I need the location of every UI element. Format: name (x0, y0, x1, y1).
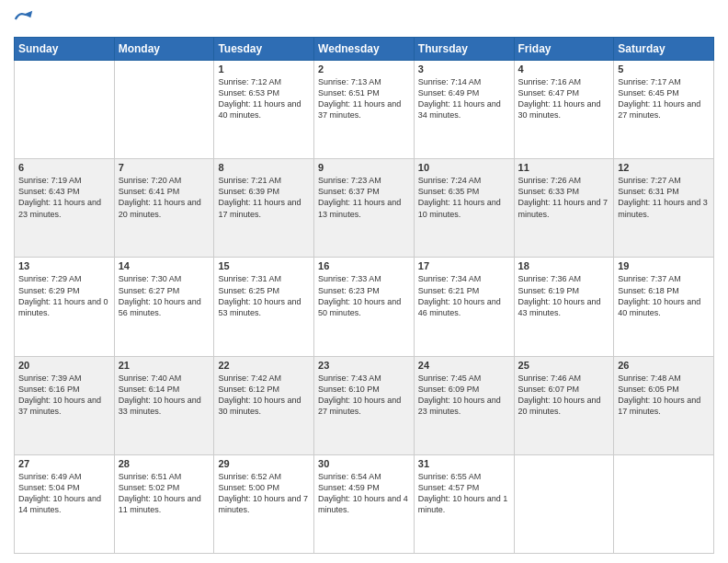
weekday-header: Saturday (614, 38, 714, 61)
day-info: Sunrise: 7:31 AMSunset: 6:25 PMDaylight:… (218, 273, 310, 318)
day-number: 21 (119, 360, 210, 371)
weekday-header: Sunday (15, 38, 115, 61)
day-number: 29 (218, 458, 310, 469)
day-info: Sunrise: 7:16 AMSunset: 6:47 PMDaylight:… (518, 76, 610, 121)
calendar-cell: 19Sunrise: 7:37 AMSunset: 6:18 PMDayligh… (614, 258, 714, 356)
day-info: Sunrise: 7:30 AMSunset: 6:27 PMDaylight:… (119, 273, 210, 318)
day-number: 24 (418, 360, 510, 371)
day-number: 11 (518, 162, 610, 173)
day-number: 12 (618, 162, 710, 173)
calendar-cell: 2Sunrise: 7:13 AMSunset: 6:51 PMDaylight… (314, 61, 415, 159)
calendar-cell (614, 454, 714, 553)
day-number: 20 (18, 360, 110, 371)
day-info: Sunrise: 7:17 AMSunset: 6:45 PMDaylight:… (618, 76, 710, 121)
calendar-cell: 5Sunrise: 7:17 AMSunset: 6:45 PMDaylight… (614, 61, 714, 159)
day-info: Sunrise: 7:26 AMSunset: 6:33 PMDaylight:… (518, 175, 610, 220)
day-info: Sunrise: 6:49 AMSunset: 5:04 PMDaylight:… (18, 471, 110, 516)
calendar-cell: 10Sunrise: 7:24 AMSunset: 6:35 PMDayligh… (414, 159, 514, 258)
calendar-cell: 28Sunrise: 6:51 AMSunset: 5:02 PMDayligh… (114, 454, 214, 553)
day-info: Sunrise: 6:55 AMSunset: 4:57 PMDaylight:… (418, 471, 510, 516)
day-info: Sunrise: 7:48 AMSunset: 6:05 PMDaylight:… (618, 373, 710, 418)
day-number: 17 (418, 260, 510, 271)
calendar-cell: 30Sunrise: 6:54 AMSunset: 4:59 PMDayligh… (314, 454, 415, 553)
day-number: 2 (318, 63, 410, 75)
day-number: 26 (618, 360, 710, 371)
calendar-cell: 23Sunrise: 7:43 AMSunset: 6:10 PMDayligh… (314, 356, 415, 454)
day-number: 16 (318, 260, 410, 271)
day-info: Sunrise: 6:54 AMSunset: 4:59 PMDaylight:… (318, 471, 410, 516)
calendar-table: SundayMondayTuesdayWednesdayThursdayFrid… (14, 37, 714, 554)
header (14, 9, 714, 29)
day-info: Sunrise: 7:24 AMSunset: 6:35 PMDaylight:… (418, 175, 510, 220)
day-info: Sunrise: 6:52 AMSunset: 5:00 PMDaylight:… (218, 471, 310, 516)
calendar-cell: 15Sunrise: 7:31 AMSunset: 6:25 PMDayligh… (214, 258, 314, 356)
day-number: 9 (318, 162, 410, 173)
day-info: Sunrise: 7:13 AMSunset: 6:51 PMDaylight:… (318, 76, 410, 121)
calendar-cell: 8Sunrise: 7:21 AMSunset: 6:39 PMDaylight… (214, 159, 314, 258)
day-info: Sunrise: 7:36 AMSunset: 6:19 PMDaylight:… (518, 273, 610, 318)
day-number: 13 (18, 260, 110, 271)
calendar-cell (15, 61, 115, 159)
day-info: Sunrise: 6:51 AMSunset: 5:02 PMDaylight:… (119, 471, 210, 516)
day-info: Sunrise: 7:46 AMSunset: 6:07 PMDaylight:… (518, 373, 610, 418)
calendar-cell: 27Sunrise: 6:49 AMSunset: 5:04 PMDayligh… (15, 454, 115, 553)
day-info: Sunrise: 7:19 AMSunset: 6:43 PMDaylight:… (18, 175, 110, 220)
weekday-header: Monday (114, 38, 214, 61)
calendar-cell: 6Sunrise: 7:19 AMSunset: 6:43 PMDaylight… (15, 159, 115, 258)
day-info: Sunrise: 7:39 AMSunset: 6:16 PMDaylight:… (18, 373, 110, 418)
weekday-header: Friday (514, 38, 614, 61)
day-info: Sunrise: 7:42 AMSunset: 6:12 PMDaylight:… (218, 373, 310, 418)
day-info: Sunrise: 7:45 AMSunset: 6:09 PMDaylight:… (418, 373, 510, 418)
weekday-header: Wednesday (314, 38, 415, 61)
day-number: 27 (18, 458, 110, 469)
day-info: Sunrise: 7:23 AMSunset: 6:37 PMDaylight:… (318, 175, 410, 220)
calendar-cell: 7Sunrise: 7:20 AMSunset: 6:41 PMDaylight… (114, 159, 214, 258)
day-info: Sunrise: 7:40 AMSunset: 6:14 PMDaylight:… (119, 373, 210, 418)
day-number: 6 (18, 162, 110, 173)
calendar-cell: 9Sunrise: 7:23 AMSunset: 6:37 PMDaylight… (314, 159, 415, 258)
calendar-cell: 3Sunrise: 7:14 AMSunset: 6:49 PMDaylight… (414, 61, 514, 159)
day-number: 19 (618, 260, 710, 271)
calendar-cell: 24Sunrise: 7:45 AMSunset: 6:09 PMDayligh… (414, 356, 514, 454)
calendar-cell: 14Sunrise: 7:30 AMSunset: 6:27 PMDayligh… (114, 258, 214, 356)
day-info: Sunrise: 7:43 AMSunset: 6:10 PMDaylight:… (318, 373, 410, 418)
day-number: 8 (218, 162, 310, 173)
calendar-cell: 18Sunrise: 7:36 AMSunset: 6:19 PMDayligh… (514, 258, 614, 356)
day-number: 7 (119, 162, 210, 173)
day-info: Sunrise: 7:12 AMSunset: 6:53 PMDaylight:… (218, 76, 310, 121)
weekday-header: Thursday (414, 38, 514, 61)
day-number: 18 (518, 260, 610, 271)
day-number: 1 (218, 63, 310, 75)
day-number: 4 (518, 63, 610, 75)
day-number: 3 (418, 63, 510, 75)
day-number: 23 (318, 360, 410, 371)
day-number: 14 (119, 260, 210, 271)
day-info: Sunrise: 7:14 AMSunset: 6:49 PMDaylight:… (418, 76, 510, 121)
calendar-cell: 11Sunrise: 7:26 AMSunset: 6:33 PMDayligh… (514, 159, 614, 258)
calendar-cell: 29Sunrise: 6:52 AMSunset: 5:00 PMDayligh… (214, 454, 314, 553)
day-info: Sunrise: 7:37 AMSunset: 6:18 PMDaylight:… (618, 273, 710, 318)
calendar-cell: 1Sunrise: 7:12 AMSunset: 6:53 PMDaylight… (214, 61, 314, 159)
day-info: Sunrise: 7:21 AMSunset: 6:39 PMDaylight:… (218, 175, 310, 220)
calendar-cell: 4Sunrise: 7:16 AMSunset: 6:47 PMDaylight… (514, 61, 614, 159)
day-number: 22 (218, 360, 310, 371)
weekday-header: Tuesday (214, 38, 314, 61)
calendar-cell: 17Sunrise: 7:34 AMSunset: 6:21 PMDayligh… (414, 258, 514, 356)
day-number: 15 (218, 260, 310, 271)
calendar-cell: 31Sunrise: 6:55 AMSunset: 4:57 PMDayligh… (414, 454, 514, 553)
day-number: 25 (518, 360, 610, 371)
calendar-cell: 25Sunrise: 7:46 AMSunset: 6:07 PMDayligh… (514, 356, 614, 454)
day-number: 5 (618, 63, 710, 75)
day-info: Sunrise: 7:34 AMSunset: 6:21 PMDaylight:… (418, 273, 510, 318)
calendar-cell (114, 61, 214, 159)
day-number: 30 (318, 458, 410, 469)
day-number: 10 (418, 162, 510, 173)
logo-icon (14, 9, 34, 29)
calendar-cell: 20Sunrise: 7:39 AMSunset: 6:16 PMDayligh… (15, 356, 115, 454)
calendar-cell: 16Sunrise: 7:33 AMSunset: 6:23 PMDayligh… (314, 258, 415, 356)
calendar-cell: 22Sunrise: 7:42 AMSunset: 6:12 PMDayligh… (214, 356, 314, 454)
calendar-cell: 21Sunrise: 7:40 AMSunset: 6:14 PMDayligh… (114, 356, 214, 454)
day-info: Sunrise: 7:29 AMSunset: 6:29 PMDaylight:… (18, 273, 110, 318)
day-number: 31 (418, 458, 510, 469)
day-info: Sunrise: 7:33 AMSunset: 6:23 PMDaylight:… (318, 273, 410, 318)
